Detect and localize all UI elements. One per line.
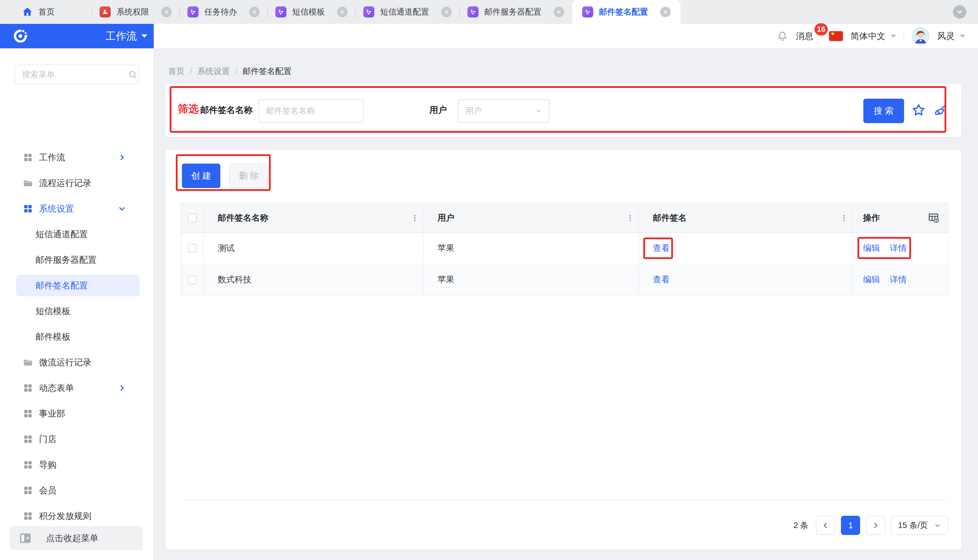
tab-separator [355,6,356,18]
avatar[interactable] [911,27,930,45]
app-screen: 首页 系统权限 任务待办 短信模板 [0,0,978,560]
detail-link[interactable]: 详情 [890,242,907,254]
next-page-button[interactable] [866,516,885,535]
workflow-icon [582,7,593,17]
breadcrumb-home[interactable]: 首页 [168,66,185,77]
detail-link[interactable]: 详情 [890,274,907,285]
brand-block: 工作流 [0,24,154,48]
sidebar-item-members[interactable]: 会员 [0,478,154,503]
messages-label: 消息 [796,30,813,42]
sidebar-item-business-unit[interactable]: 事业部 [0,401,154,427]
close-icon[interactable] [554,7,564,17]
more-icon[interactable] [411,214,419,222]
tab-label: 邮件签名配置 [599,7,648,17]
edit-link[interactable]: 编辑 [863,242,880,254]
tab-overflow-icon [956,8,963,16]
collapse-menu-button[interactable]: 点击收起菜单 [10,526,143,550]
user-select-placeholder: 用户 [465,105,482,117]
language-selector[interactable]: 简体中文 [851,30,896,42]
tab-task-todo[interactable]: 任务待办 [185,0,263,24]
tab-sms-channel-config[interactable]: 短信通道配置 [360,0,455,24]
grid-icon [23,383,33,393]
table-bottom-border [181,500,948,500]
page-size-select[interactable]: 15 条/页 [891,516,948,535]
language-label: 简体中文 [851,30,885,42]
header-right: 消息 16 ★ 简体中文 风灵 [776,27,978,45]
sidebar-item-mail-server-config[interactable]: 邮件服务器配置 [0,247,154,273]
close-icon[interactable] [441,7,452,17]
chevron-right-icon [118,384,126,393]
tab-separator [92,6,92,18]
row-checkbox[interactable] [188,275,197,284]
tab-mail-signature-config[interactable]: 邮件签名配置 [572,0,681,24]
bell-icon[interactable] [776,30,788,42]
sidebar-item-sms-channel-config[interactable]: 短信通道配置 [0,222,154,247]
prev-page-button[interactable] [816,516,835,535]
content-panel: 创 建 删 除 邮件签名名称 用户 邮件签名 [165,150,961,550]
row-checkbox[interactable] [188,244,197,253]
sidebar-item-mail-signature-config[interactable]: 邮件签名配置 [0,273,154,298]
more-icon[interactable] [626,214,634,222]
column-setting-icon[interactable] [927,212,940,224]
sidebar-item-sms-template[interactable]: 短信模板 [0,298,154,324]
tab-separator [267,6,268,18]
user-menu[interactable]: 风灵 [937,30,965,42]
user-select[interactable]: 用户 [458,99,550,123]
tab-overflow-button[interactable] [953,5,966,18]
row-checkbox-cell [181,264,204,295]
tab-separator [459,6,460,18]
app-header: 工作流 消息 16 ★ 简体中文 风灵 [0,24,978,48]
tab-system-permissions[interactable]: 系统权限 [97,0,175,24]
folder-icon [23,178,33,188]
sidebar-item-shopping-guide[interactable]: 导购 [0,452,154,478]
create-button[interactable]: 创 建 [182,163,220,188]
sidebar: 工作流 流程运行记录 系统设置 短信通道配置 邮件服务器配置 邮件签名配置 [0,48,154,560]
tab-home[interactable]: 首页 [18,0,58,24]
sidebar-item-workflow[interactable]: 工作流 [0,145,154,170]
table-row: 数式科技 苹果 查看 编辑 详情 [181,264,948,296]
select-all-checkbox[interactable] [188,213,197,222]
sidebar-item-system-settings[interactable]: 系统设置 [0,196,154,222]
close-icon[interactable] [249,7,260,17]
grid-icon [23,460,33,470]
sidebar-item-process-run-records[interactable]: 流程运行记录 [0,170,154,196]
view-link[interactable]: 查看 [653,242,670,254]
menu-search-box[interactable] [15,65,138,84]
chevron-down-icon [891,35,896,38]
messages-link[interactable]: 消息 16 [796,30,813,42]
sidebar-item-points-rules[interactable]: 积分发放规则 [0,503,154,529]
close-icon[interactable] [660,7,671,17]
sidebar-item-mail-template[interactable]: 邮件模板 [0,324,154,350]
cell-signature-name: 数式科技 [204,264,423,295]
close-icon[interactable] [337,7,348,17]
breadcrumb: 首页 / 系统设置 / 邮件签名配置 [168,66,292,77]
header-signature: 邮件签名 [639,203,853,232]
app-switcher[interactable]: 工作流 [105,29,147,43]
tab-mail-server-config[interactable]: 邮件服务器配置 [465,0,567,24]
breadcrumb-system-settings[interactable]: 系统设置 [197,66,230,77]
grid-icon [23,511,33,521]
sidebar-item-microflow-run-records[interactable]: 微流运行记录 [0,350,154,375]
row-checkbox-cell [181,233,204,264]
app-title: 工作流 [105,29,137,43]
menu-search-input[interactable] [22,70,128,80]
table-header-row: 邮件签名名称 用户 邮件签名 操作 [181,203,948,233]
star-icon[interactable] [911,102,926,118]
clear-icon[interactable] [933,102,948,118]
signature-name-input[interactable] [258,99,364,123]
tab-label: 任务待办 [204,7,237,17]
page-1-button[interactable]: 1 [841,516,860,535]
pagination: 2 条 1 15 条/页 [793,516,948,535]
tab-sms-template[interactable]: 短信模板 [272,0,350,24]
delete-button[interactable]: 删 除 [230,163,268,188]
view-link[interactable]: 查看 [653,274,670,285]
signature-table: 邮件签名名称 用户 邮件签名 操作 [181,203,948,296]
sidebar-item-dynamic-forms[interactable]: 动态表单 [0,375,154,401]
edit-link[interactable]: 编辑 [863,274,880,285]
sidebar-item-invite-order[interactable]: 邀请下单 [0,555,154,560]
more-icon[interactable] [840,214,848,222]
header-checkbox-cell [181,203,204,232]
search-button[interactable]: 搜 索 [863,99,904,123]
sidebar-item-stores[interactable]: 门店 [0,427,154,452]
close-icon[interactable] [161,7,172,17]
